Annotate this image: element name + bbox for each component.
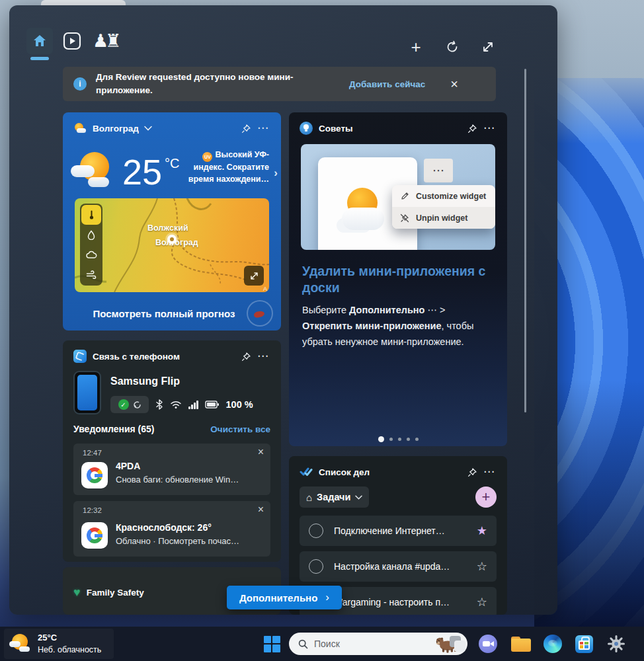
notification-card[interactable]: 12:47 × 4PDA Снова баги: обновление Win…: [73, 444, 270, 495]
pager-dot-4[interactable]: [407, 438, 410, 441]
tab-entertainment[interactable]: [63, 32, 81, 50]
customize-widget-label: Customize widget: [416, 192, 486, 201]
widget-more-button[interactable]: ⋯: [481, 465, 498, 479]
uv-alert[interactable]: UVВысокий УФ-индекс. Сократите время нах…: [184, 149, 269, 185]
taskbar-weather-desc: Неб. облачность: [38, 644, 101, 656]
wind-layer-button[interactable]: [81, 264, 101, 284]
lightbulb-icon: [300, 122, 313, 135]
add-now-link[interactable]: Добавить сейчас: [349, 79, 425, 89]
bluetooth-icon: [155, 399, 163, 410]
tab-home[interactable]: [26, 28, 53, 54]
full-forecast-link[interactable]: Посмотреть полный прогноз: [63, 308, 248, 319]
widget-more-button[interactable]: ⋯: [255, 349, 272, 364]
banner-text: Для Review requested доступно новое мини…: [96, 71, 344, 98]
play-icon: [63, 32, 81, 50]
task-checkbox[interactable]: [309, 524, 323, 538]
add-task-button[interactable]: +: [475, 486, 497, 508]
pager-dot-1[interactable]: [378, 436, 384, 442]
refresh-icon: [446, 40, 459, 54]
widget-more-button[interactable]: ⋯: [481, 121, 498, 136]
weather-condition-icon: [71, 151, 122, 193]
edge-browser-button[interactable]: [540, 631, 566, 657]
task-list-dropdown[interactable]: ⌂ Задачи: [300, 486, 369, 508]
weather-widget[interactable]: Волгоград ⋯ 25 °C UVВысокий УФ-: [63, 112, 281, 330]
task-row[interactable]: Настройка канала #upda… ☆: [300, 551, 497, 582]
menu-item-customize: Customize widget: [392, 185, 495, 207]
tips-body-b2: Открепить мини-приложение: [302, 321, 442, 331]
pin-widget-button[interactable]: [463, 465, 481, 479]
illustration-more-button: ⋯: [424, 159, 453, 182]
teams-chat-button[interactable]: [475, 631, 501, 657]
expand-button[interactable]: [477, 36, 499, 58]
unpin-icon: [399, 214, 411, 223]
expand-icon: [481, 40, 495, 54]
weather-mini-icon: [73, 122, 87, 134]
precipitation-layer-button[interactable]: [81, 225, 101, 245]
add-widget-button[interactable]: +: [405, 36, 426, 58]
search-input[interactable]: [314, 639, 407, 649]
google-icon: [81, 522, 108, 549]
plus-icon: +: [411, 37, 421, 58]
tips-body: Выберите Дополнительно ⋯ > Открепить мин…: [302, 303, 497, 350]
pager-dot-2[interactable]: [389, 438, 393, 441]
pin-widget-button[interactable]: [237, 121, 255, 136]
pin-icon: [467, 124, 477, 134]
pin-widget-button[interactable]: [463, 121, 481, 136]
clouds-layer-button[interactable]: [81, 245, 101, 264]
tips-title: Советы: [319, 124, 353, 134]
refresh-button[interactable]: [442, 36, 463, 58]
map-expand-button[interactable]: [244, 266, 264, 286]
taskbar-weather-icon: [9, 634, 32, 654]
notification-card[interactable]: 12:32 × Краснослободск: 26° Облачно · По…: [73, 501, 270, 557]
settings-button[interactable]: [603, 631, 629, 657]
widgets-panel: ♟♜ + i Для Review requested доступно нов…: [9, 5, 557, 615]
tips-widget[interactable]: Советы ⋯ ⋯ Customize wi: [289, 112, 507, 446]
windows-logo-icon: [264, 636, 280, 652]
pin-icon: [241, 352, 251, 362]
temperature-layer-button[interactable]: [81, 205, 101, 225]
star-outline-icon[interactable]: ☆: [477, 595, 487, 609]
more-dots-glyph: ⋯: [432, 163, 444, 178]
microsoft-store-button[interactable]: [571, 631, 597, 657]
notification-close-button[interactable]: ×: [258, 446, 264, 458]
plus-icon: +: [482, 488, 491, 506]
banner-text-pre: Для: [96, 72, 116, 82]
phone-link-widget[interactable]: Связь с телефоном ⋯ Samsung Flip ✓: [63, 340, 281, 562]
tab-games[interactable]: ♟♜: [93, 28, 118, 54]
task-view-button[interactable]: [444, 631, 471, 657]
temperature-unit: °C: [165, 156, 179, 171]
file-explorer-button[interactable]: [508, 631, 534, 657]
pager-dot-5[interactable]: [415, 438, 419, 441]
uv-icon: UV: [202, 152, 212, 162]
cellular-signal-icon: [188, 400, 198, 409]
start-button[interactable]: [260, 632, 284, 656]
star-outline-icon[interactable]: ☆: [477, 559, 487, 574]
pager-dot-3[interactable]: [398, 438, 401, 441]
panel-scrollbar[interactable]: [524, 69, 526, 412]
notification-close-button[interactable]: ×: [258, 504, 264, 516]
task-checkbox[interactable]: [309, 559, 323, 574]
task-row[interactable]: Подключение Интернет… ★: [300, 516, 497, 546]
widget-more-button[interactable]: ⋯: [255, 121, 272, 136]
weather-location[interactable]: Волгоград: [93, 124, 139, 134]
edge-icon: [543, 635, 562, 653]
banner-close-button[interactable]: ×: [450, 77, 458, 92]
info-glyph: i: [79, 79, 81, 89]
family-safety-title: Family Safety: [87, 588, 144, 598]
taskbar: 25°C Неб. облачность: [0, 627, 644, 661]
taskbar-weather-chip[interactable]: 25°C Неб. облачность: [4, 629, 114, 659]
pin-widget-button[interactable]: [237, 349, 255, 364]
taskbar-search[interactable]: [289, 633, 467, 655]
google-icon: [81, 462, 108, 488]
pencil-icon: [399, 192, 411, 200]
weather-map[interactable]: Волжский Волгоград: [75, 198, 269, 292]
map-watermark: A: [263, 286, 267, 292]
more-button[interactable]: Дополнительно ›: [227, 586, 342, 609]
search-icon: [298, 639, 308, 649]
star-filled-icon[interactable]: ★: [477, 524, 487, 538]
map-city-top: Волжский: [147, 223, 188, 233]
pin-icon: [241, 124, 251, 134]
chevron-down-icon[interactable]: [144, 126, 152, 131]
clear-all-link[interactable]: Очистить все: [210, 424, 270, 434]
forecast-avatar[interactable]: [248, 301, 272, 325]
